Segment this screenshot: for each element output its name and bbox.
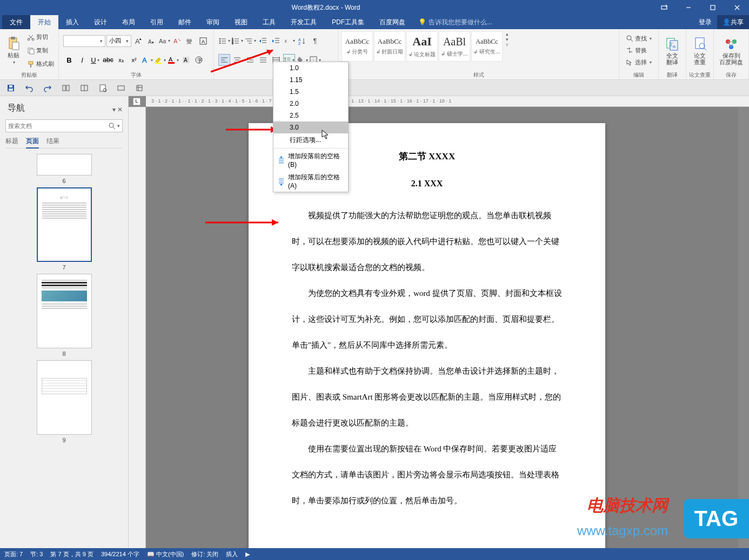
tab-home[interactable]: 开始 <box>30 15 58 29</box>
text-effects-icon[interactable]: A▾ <box>141 54 153 66</box>
maximize-icon[interactable] <box>700 0 725 15</box>
phonetic-icon[interactable]: 變 <box>184 35 196 47</box>
decrease-indent-icon[interactable] <box>257 35 269 47</box>
tab-tools[interactable]: 工具 <box>255 15 283 29</box>
status-track[interactable]: 修订: 关闭 <box>191 550 218 558</box>
status-page[interactable]: 页面: 7 <box>4 550 23 558</box>
ls-add-space-after[interactable]: 增加段落后的空格(A) <box>273 171 348 192</box>
char-shading-icon[interactable]: A <box>180 54 192 66</box>
redo-icon[interactable] <box>42 83 53 93</box>
page-thumb-9[interactable] <box>37 360 92 435</box>
font-color-icon[interactable]: A▾ <box>167 54 179 66</box>
nav-tab-headings[interactable]: 标题 <box>5 137 18 146</box>
qat-btn-b[interactable] <box>79 83 90 93</box>
ls-options[interactable]: 行距选项... <box>273 133 348 147</box>
copy-button[interactable]: 复制 <box>25 45 56 56</box>
baidu-save-button[interactable]: 保存到百度网盘 <box>716 30 746 71</box>
superscript-icon[interactable]: x² <box>128 54 140 66</box>
clear-format-icon[interactable]: A <box>171 35 183 47</box>
italic-icon[interactable]: I <box>76 54 88 66</box>
ls-item-2-0[interactable]: 2.0 <box>273 98 348 110</box>
print-preview-icon[interactable] <box>97 83 108 93</box>
style-item-0[interactable]: AaBbCc↲ 分类号 <box>342 31 373 62</box>
enclose-char-icon[interactable]: 字 <box>193 54 205 66</box>
ruler-corner[interactable]: L <box>133 98 141 105</box>
sort-icon[interactable]: AZ <box>296 35 308 47</box>
save-icon[interactable] <box>5 83 16 93</box>
status-lang[interactable]: 📖 中文(中国) <box>147 550 184 558</box>
ls-item-1-5[interactable]: 1.5 <box>273 86 348 98</box>
asian-layout-icon[interactable]: ☓▾ <box>283 35 295 47</box>
tab-view[interactable]: 视图 <box>227 15 255 29</box>
replace-button[interactable]: 替换 <box>624 45 654 56</box>
shrink-font-icon[interactable]: A▾ <box>145 35 157 47</box>
ls-item-1-15[interactable]: 1.15 <box>273 74 348 86</box>
status-section[interactable]: 节: 3 <box>30 550 43 558</box>
page-thumb-7[interactable]: 第二节 <box>37 187 92 262</box>
vertical-ruler[interactable] <box>129 107 146 548</box>
font-size-combo[interactable]: 小四▾ <box>106 35 131 47</box>
ls-item-2-5[interactable]: 2.5 <box>273 110 348 122</box>
numbering-icon[interactable]: 123▾ <box>231 35 243 47</box>
nav-tab-pages[interactable]: 页面 <box>26 137 39 149</box>
style-item-2[interactable]: AaI↲ 论文标题 <box>406 31 438 62</box>
tab-developer[interactable]: 开发工具 <box>283 15 324 29</box>
tab-mailings[interactable]: 邮件 <box>171 15 199 29</box>
nav-tab-results[interactable]: 结果 <box>46 137 59 146</box>
char-border-icon[interactable]: A <box>197 35 209 47</box>
increase-indent-icon[interactable] <box>270 35 282 47</box>
nav-search-input[interactable]: ▾ <box>5 119 123 132</box>
tab-design[interactable]: 设计 <box>86 15 115 29</box>
qat-btn-c[interactable] <box>116 83 126 93</box>
close-icon[interactable] <box>725 0 749 15</box>
ls-item-3-0[interactable]: 3.0 <box>273 122 348 133</box>
style-scroll-up-icon[interactable]: ▴ <box>506 31 509 37</box>
change-case-icon[interactable]: Aa▾ <box>158 35 170 47</box>
bullets-icon[interactable]: ▾ <box>218 35 230 47</box>
tab-baidu[interactable]: 百度网盘 <box>372 15 413 29</box>
translate-button[interactable]: 文A 全文翻译 <box>661 30 684 71</box>
multilevel-icon[interactable]: ▾ <box>244 35 256 47</box>
font-name-combo[interactable]: ▾ <box>63 35 105 47</box>
style-item-4[interactable]: AaBbCc↲ 研究生... <box>471 31 503 62</box>
subscript-icon[interactable]: x₂ <box>115 54 127 66</box>
undo-icon[interactable] <box>24 83 35 93</box>
paper-check-button[interactable]: 论文查重 <box>688 30 711 71</box>
tab-pdf[interactable]: PDF工具集 <box>324 15 372 29</box>
strike-icon[interactable]: abc <box>102 54 114 66</box>
select-button[interactable]: 选择▾ <box>624 57 654 68</box>
highlight-icon[interactable]: ▾ <box>154 54 166 66</box>
status-macro-icon[interactable]: ▶ <box>245 551 250 558</box>
style-item-1[interactable]: AaBbCc↲ 封面日期 <box>374 31 405 62</box>
status-page-of[interactable]: 第 7 页，共 9 页 <box>50 550 93 558</box>
tab-layout[interactable]: 布局 <box>115 15 143 29</box>
style-scroll-down-icon[interactable]: ▾ <box>506 37 509 42</box>
find-button[interactable]: 查找▾ <box>624 33 654 44</box>
ls-item-1-0[interactable]: 1.0 <box>273 62 348 74</box>
show-marks-icon[interactable]: ¶ <box>309 35 321 47</box>
bold-icon[interactable]: B <box>63 54 75 66</box>
login-button[interactable]: 登录 <box>693 15 717 29</box>
page-thumb-8[interactable] <box>37 274 92 348</box>
format-painter-button[interactable]: 格式刷 <box>25 59 56 69</box>
cut-button[interactable]: 剪切 <box>25 32 56 42</box>
ribbon-options-icon[interactable] <box>652 0 676 15</box>
style-expand-icon[interactable]: ▿ <box>506 42 509 48</box>
qat-btn-a[interactable] <box>61 83 71 93</box>
horizontal-ruler[interactable]: 3 · 1 · 2 · 1 · 1 · · 1 · 1 · 2 · 1 · 3 … <box>146 96 749 107</box>
underline-icon[interactable]: U▾ <box>89 54 101 66</box>
tab-insert[interactable]: 插入 <box>58 15 86 29</box>
tab-review[interactable]: 审阅 <box>199 15 227 29</box>
tab-file[interactable]: 文件 <box>2 15 30 29</box>
grow-font-icon[interactable]: A▴ <box>132 35 144 47</box>
minimize-icon[interactable] <box>676 0 700 15</box>
style-item-3[interactable]: AaBl↲ 硕士学... <box>439 31 470 62</box>
page-thumb-6[interactable] <box>37 154 92 176</box>
search-icon[interactable] <box>108 122 116 130</box>
status-insert[interactable]: 插入 <box>226 550 238 558</box>
qat-btn-d[interactable] <box>134 83 145 93</box>
tab-references[interactable]: 引用 <box>143 15 171 29</box>
status-words[interactable]: 394/2214 个字 <box>101 550 139 558</box>
share-button[interactable]: 👤 共享 <box>717 15 749 29</box>
tell-me-search[interactable]: 💡 告诉我您想要做什么... <box>418 15 492 29</box>
